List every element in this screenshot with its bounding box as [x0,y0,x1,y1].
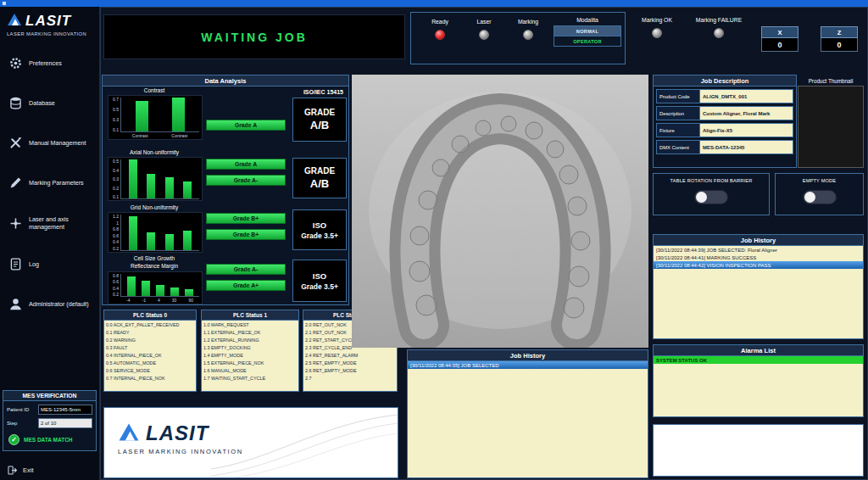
right-history-list[interactable]: [30/11/2022 08:44:39] JOB SELECTED: Flor… [654,246,863,338]
y-tick-label: 0.1 [113,128,119,132]
empty-mode-toggle-box: EMPTY MODE [775,173,864,215]
result-line1: ISO [313,220,326,230]
reflectance-title: Reflectance Margin [103,263,206,269]
footer-brand-tagline: LASER MARKING INNOVATION [118,448,243,455]
tools-icon [8,136,23,150]
job-field-value[interactable]: Custom Aligner, Floral Mark [700,106,793,120]
message-output-box [653,424,864,477]
chart-plot-area [120,215,199,251]
plc-panel-title: PLC Status 0 [104,310,196,321]
footer-brand-text: LASIT [146,421,209,445]
history-entry[interactable]: [30/11/2022 08:44:39] JOB SELECTED: Flor… [654,246,863,254]
job-description-panel: Job Description Product CodeALIGN_DMTX_0… [653,75,797,168]
exit-button[interactable]: Exit [7,465,34,476]
center-history-list[interactable]: [30/11/2022 08:44:35] JOB SELECTED [408,361,648,477]
sidebar-item-laser-and-axis-management[interactable]: Laser and axis management [8,215,96,232]
sidebar-item-database[interactable]: Database [8,96,96,110]
ready-lamp-group: Ready [420,19,460,40]
y-tick-label: 0.2 [113,247,119,251]
reflectance-grades: Grade A-Grade A+ [206,264,286,291]
ready-lamp [435,30,445,40]
sidebar-item-preferences[interactable]: Preferences [8,56,96,70]
sidebar-item-label: Preferences [29,59,62,67]
sidebar-item-manual-management[interactable]: Manual Management [8,136,96,150]
plc-panel-title: PLC Status 1 [202,310,298,321]
chart-bar [136,101,148,131]
plc-status-panel-1: PLC Status 11.0 MARK_REQUEST1.1 EXTERNAL… [201,310,299,392]
marking-lamp-group: Marking [508,19,548,40]
chart-bar [165,234,174,250]
sidebar-item-label: Manual Management [29,139,86,147]
empty-mode-label: EMPTY MODE [776,178,863,183]
modalita-selector: Modalita NORMAL OPERATOR [554,17,621,47]
contrast-title: Contrast [103,87,206,93]
y-axis-ticks: 1.210.80.60.40.2 [109,215,120,251]
job-history-panel: Job History [30/11/2022 08:44:39] JOB SE… [653,234,864,339]
job-description-title: Job Description [654,75,796,87]
product-thumbnail [798,86,864,168]
sidebar-item-log[interactable]: Log [8,257,96,271]
y-axis-ticks: 0.80.60.40.2 [109,274,120,297]
plc-status-bit: 2.7 [303,374,397,382]
plc-status-bit: 0.7 INTERNAL_PIECE_NOK [104,374,196,382]
plc-status-bit: 1.2 EXTERNAL_RUNNING [202,336,298,343]
job-field-value[interactable]: Align-Fix-X5 [700,123,793,137]
table-rotation-label: TABLE ROTATION FROM BARRIER [654,178,769,183]
laser-lamp [479,30,489,40]
lasit-app-window: LASIT LASER MARKING INNOVATION Preferenc… [0,0,868,480]
laser-label: Laser [464,19,504,25]
sidebar-item-label: Administrator (default) [29,300,89,308]
mes-field: Patient IDMES-12345-5mm [7,405,92,415]
y-tick-label: 0.8 [113,227,119,232]
alarm-list-title: Alarma List [654,345,863,356]
contrast-chart: 0.70.50.30.1ContrastContrast [108,95,203,140]
plc-status-bit: 2.4 RET_RESET_ALARM [303,351,397,359]
iso-standard-label: ISO/IEC 15415 [303,89,343,95]
grade-pill: Grade B+ [206,229,286,240]
job-history-title: Job History [654,235,863,246]
alarm-entry[interactable]: SYSTEM STATUS OK [654,356,863,364]
empty-mode-toggle[interactable] [803,190,837,204]
axial-title: Axial Non-uniformity [103,149,206,155]
y-tick-label: 0.4 [113,240,119,244]
modalita-option-operator[interactable]: OPERATOR [554,36,620,46]
marking-lamp [523,30,533,40]
sidebar-item-administrator-default-[interactable]: Administrator (default) [8,297,96,311]
alarm-list-body[interactable]: SYSTEM STATUS OK [654,356,863,416]
job-field-value[interactable]: MES-DATA-12345 [700,140,793,154]
marking-failure-lamp [714,28,724,38]
chart-plot-area [120,98,199,132]
x-axis-display: X 0 [761,26,798,52]
modalita-option-normal[interactable]: NORMAL [554,26,620,36]
y-tick-label: 0.3 [113,118,119,122]
job-field-value[interactable]: ALIGN_DMTX_001 [700,89,793,103]
grid-grades: Grade B+Grade B+ [206,213,286,240]
sidebar-item-label: Database [29,99,55,107]
marking-label: Marking [508,19,548,25]
plc-status-bit: 0.3 FAULT [104,343,196,351]
history-entry[interactable]: [30/11/2022 08:44:42] VISION INSPECTION … [654,261,863,269]
x-tick-label: 30 [172,298,177,303]
chart-bar [183,181,192,198]
mes-field-value[interactable]: 2 of 10 [38,418,92,428]
x-tick-label: Contrast [171,133,187,138]
mes-verification-panel: MES VERIFICATION Patient IDMES-12345-5mm… [3,390,97,451]
sidebar-item-marking-parameters[interactable]: Marking Parameters [8,176,96,190]
marking-ok-group: Marking OK [632,17,682,38]
table-rotation-toggle[interactable] [694,190,728,204]
lasit-logo-mark-icon [7,13,22,30]
window-titlebar[interactable] [0,0,868,7]
marking-ok-label: Marking OK [632,17,682,23]
history-entry[interactable]: [30/11/2022 08:44:35] JOB SELECTED [408,361,648,369]
history-entry[interactable]: [30/11/2022 08:44:41] MARKING SUCCESS [654,254,863,261]
y-tick-label: 0.3 [113,177,119,181]
toggle-knob [696,192,707,203]
z-axis-display: Z 0 [821,26,858,52]
modalita-options: NORMAL OPERATOR [554,25,621,47]
chart-bar [172,98,185,131]
mes-field-value[interactable]: MES-12345-5mm [38,405,92,415]
chart-bar [165,177,174,198]
mes-status-label: MES DATA MATCH [24,437,73,443]
lasit-logo: LASIT LASER MARKING INNOVATION [0,7,99,36]
result-line2: Grade 3.5+ [301,232,338,240]
